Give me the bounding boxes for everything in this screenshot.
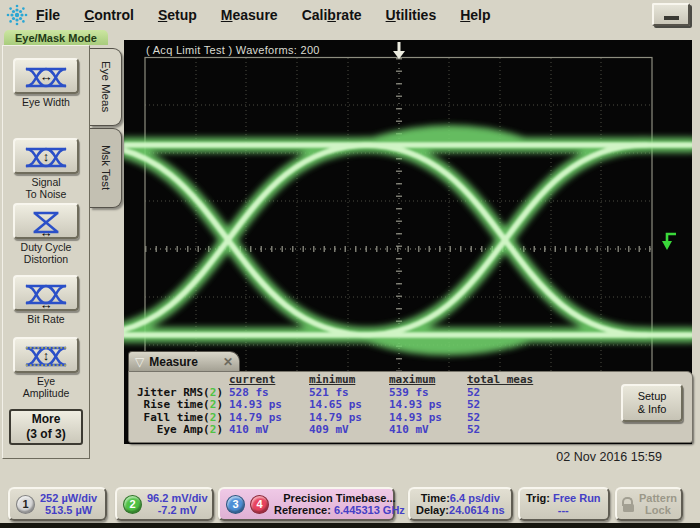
delay-label: Delay:	[416, 504, 449, 516]
eye-amplitude-icon-arrow: ↕	[43, 351, 50, 361]
mode-label: Eye/Mask Mode	[4, 30, 108, 45]
setup-info-label-1: Setup	[638, 390, 667, 402]
trigger-label: Trig:	[526, 492, 550, 504]
trigger-position-icon	[393, 42, 405, 59]
tab-msk-test[interactable]: Msk Test	[90, 128, 122, 208]
datetime-display: 02 Nov 2016 15:59	[556, 450, 662, 464]
menu-bar: FileControlSetupMeasureCalibrateUtilitie…	[0, 0, 700, 30]
window-bottom-edge	[0, 523, 700, 528]
channel-2-button[interactable]: 2 96.2 mV/div -7.2 mV	[115, 487, 214, 521]
measure-table: currentminimummaximumtotal measJitter RM…	[129, 374, 692, 437]
eye-amplitude-button[interactable]: ↕	[13, 337, 79, 373]
more-button-count: (3 of 3)	[26, 427, 65, 441]
measure-cell: 52	[467, 424, 559, 437]
signal-to-noise-label: SignalTo Noise	[26, 176, 67, 200]
channel-1-badge: 1	[16, 495, 35, 514]
more-button[interactable]: More (3 of 3)	[9, 409, 83, 445]
tab-eye-meas[interactable]: Eye Meas	[90, 48, 122, 126]
sidebar-item-eye-width: ↔Eye Width	[3, 58, 89, 108]
delay-value: 24.0614 ns	[449, 504, 505, 516]
sidebar-item-duty-cycle-distortion: ↔Duty CycleDistortion	[3, 203, 89, 265]
measure-column-header: total meas	[467, 374, 559, 387]
pattern-lock-label-2: Lock	[639, 504, 677, 516]
menu-item-setup[interactable]: Setup	[158, 7, 197, 23]
menu-items: FileControlSetupMeasureCalibrateUtilitie…	[36, 0, 491, 30]
time-label: Time:	[421, 492, 450, 504]
sidebar-item-signal-to-noise: ↕SignalTo Noise	[3, 138, 89, 200]
duty-cycle-distortion-button[interactable]: ↔	[13, 203, 79, 239]
channel-1-button[interactable]: 1 252 µW/div 513.5 µW	[8, 487, 107, 521]
channel-2-scale: 96.2 mV/div	[147, 492, 208, 505]
measure-cell: 410 mV	[229, 424, 309, 437]
measure-cell: 409 mV	[309, 424, 389, 437]
menu-item-help[interactable]: Help	[460, 7, 490, 23]
sidebar-panel: ↔Eye Width↕SignalTo Noise↔Duty CycleDist…	[2, 45, 90, 459]
measure-cell: 14.93 ps	[389, 399, 467, 412]
eye-trace-core	[124, 145, 692, 335]
channel-2-offset: -7.2 mV	[147, 504, 208, 517]
reference-label: Reference:	[274, 504, 331, 516]
measure-column-header: current	[229, 374, 309, 387]
time-line: Time:6.4 ps/div	[416, 492, 505, 505]
sidebar-item-eye-amplitude: ↕EyeAmplitude	[3, 337, 89, 399]
minimize-button[interactable]	[652, 3, 690, 26]
channel-3-badge: 3	[226, 495, 245, 514]
minimize-icon	[664, 16, 679, 20]
channel-1-scale: 252 µW/div	[40, 492, 97, 505]
time-value: 6.4 ps/div	[450, 492, 500, 504]
measure-row-label: Eye Amp(2)	[129, 424, 229, 437]
channel-4-badge: 4	[250, 495, 269, 514]
measure-panel-title: Measure	[149, 355, 198, 369]
collapse-triangle-icon[interactable]	[135, 356, 144, 368]
menu-item-calibrate[interactable]: Calibrate	[302, 7, 362, 23]
measure-cell: 14.93 ps	[229, 399, 309, 412]
bit-rate-label: Bit Rate	[27, 313, 64, 325]
bit-rate-icon-arrow: ↔	[40, 300, 53, 310]
eye-width-label: Eye Width	[22, 96, 70, 108]
duty-cycle-distortion-label: Duty CycleDistortion	[21, 241, 72, 265]
measure-cell: 410 mV	[389, 424, 467, 437]
measure-cell: 14.65 ps	[309, 399, 389, 412]
pattern-lock-label-1: Pattern	[639, 492, 677, 504]
setup-info-button[interactable]: Setup & Info	[621, 384, 683, 422]
precision-timebase-button[interactable]: 3 4 Precision Timebase... Reference: 6.4…	[218, 487, 395, 521]
pattern-lock-button[interactable]: Pattern Lock	[615, 487, 683, 521]
menu-item-utilities[interactable]: Utilities	[386, 7, 437, 23]
signal-to-noise-icon-arrow: ↕	[43, 152, 50, 162]
menu-item-control[interactable]: Control	[84, 7, 134, 23]
signal-to-noise-button[interactable]: ↕	[13, 138, 79, 174]
acq-status-text: ( Acq Limit Test ) Waveforms: 200	[146, 44, 320, 56]
bit-rate-button[interactable]: ↔	[13, 275, 79, 311]
delay-line: Delay:24.0614 ns	[416, 504, 505, 517]
channel-2-badge: 2	[123, 495, 142, 514]
timebase-reference: Reference: 6.445313 GHz	[274, 504, 405, 517]
trigger-value2: ---	[558, 504, 569, 517]
measure-panel: currentminimummaximumtotal measJitter RM…	[128, 371, 693, 443]
measure-column-header: minimum	[309, 374, 389, 387]
measure-cell: 52	[467, 387, 559, 400]
eye-width-icon-arrow: ↔	[40, 72, 53, 82]
eye-amplitude-label: EyeAmplitude	[23, 375, 70, 399]
oscilloscope-window: FileControlSetupMeasureCalibrateUtilitie…	[0, 0, 700, 528]
channel-ground-marker-icon	[662, 234, 676, 250]
trigger-value: Free Run	[553, 492, 601, 504]
eye-width-button[interactable]: ↔	[13, 58, 79, 94]
reference-value: 6.445313 GHz	[334, 504, 405, 516]
measure-cell: 52	[467, 399, 559, 412]
agilent-spark-icon	[4, 2, 30, 28]
setup-info-label-2: & Info	[638, 403, 667, 415]
menu-item-measure[interactable]: Measure	[221, 7, 278, 23]
timebase-title: Precision Timebase...	[274, 492, 405, 505]
measure-cell: 52	[467, 412, 559, 425]
more-button-label: More	[32, 412, 61, 426]
sidebar-item-bit-rate: ↔Bit Rate	[3, 275, 89, 325]
close-icon[interactable]	[223, 355, 233, 369]
channel-1-offset: 513.5 µW	[40, 504, 97, 517]
eye-trace-glow	[124, 133, 692, 348]
measure-column-header: maximum	[389, 374, 467, 387]
unlock-icon	[623, 504, 634, 512]
measure-panel-tab[interactable]: Measure	[128, 351, 240, 372]
trigger-button[interactable]: Trig: Free Run ---	[518, 487, 610, 521]
timebase-scale-button[interactable]: Time:6.4 ps/div Delay:24.0614 ns	[408, 487, 513, 521]
menu-item-file[interactable]: File	[36, 7, 60, 23]
